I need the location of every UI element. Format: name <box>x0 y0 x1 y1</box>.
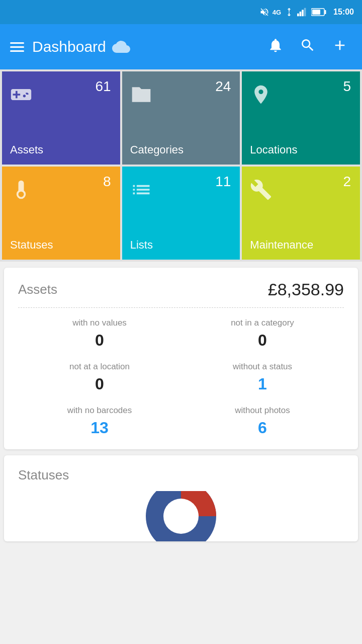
svg-rect-2 <box>302 10 304 16</box>
assets-card-stats: with no values 0 not in a category 0 not… <box>18 318 344 437</box>
tile-statuses-count: 8 <box>103 174 111 190</box>
notifications-button[interactable] <box>263 33 288 61</box>
tile-assets-count: 61 <box>96 78 111 95</box>
tile-assets[interactable]: 61 Assets <box>2 71 120 165</box>
data-arrows-icon <box>284 7 294 17</box>
app-title-text: Dashboard <box>32 38 106 55</box>
assets-card-total: £8,358.99 <box>268 280 344 299</box>
stat-no-barcodes: with no barcodes 13 <box>18 406 181 437</box>
status-time: 15:00 <box>333 8 354 17</box>
svg-rect-0 <box>297 14 299 17</box>
add-button[interactable] <box>328 33 352 61</box>
svg-rect-6 <box>312 10 320 15</box>
stat-no-values: with no values 0 <box>18 318 181 350</box>
tile-assets-label: Assets <box>10 143 112 156</box>
tile-lists[interactable]: 11 Lists <box>122 167 240 260</box>
svg-rect-5 <box>325 10 326 14</box>
svg-point-8 <box>163 499 199 534</box>
svg-rect-3 <box>304 8 306 17</box>
menu-button[interactable] <box>10 42 24 52</box>
app-bar: Dashboard <box>0 24 362 69</box>
stat-no-barcodes-value: 13 <box>90 419 109 437</box>
assets-card-header: Assets £8,358.99 <box>18 280 344 299</box>
stat-no-status-value: 1 <box>258 375 267 393</box>
mute-icon <box>259 7 269 17</box>
stat-no-values-value: 0 <box>95 331 104 350</box>
signal-bars-icon <box>297 8 308 17</box>
tile-statuses-label: Statuses <box>10 238 112 252</box>
assets-card-title: Assets <box>18 282 57 297</box>
tile-maintenance-count: 2 <box>343 174 351 190</box>
tile-categories-label: Categories <box>130 143 232 156</box>
assets-card: Assets £8,358.99 with no values 0 not in… <box>4 268 358 449</box>
tiles-grid: 61 Assets 24 Categories 5 Locations 8 St… <box>0 69 362 262</box>
app-title: Dashboard <box>32 38 255 56</box>
stat-no-category: not in a category 0 <box>181 318 344 350</box>
statuses-pie-chart <box>18 491 344 541</box>
location-pin-icon <box>250 84 352 110</box>
thermometer-icon <box>10 179 112 205</box>
tile-maintenance[interactable]: 2 Maintenance <box>242 167 360 260</box>
cards-section: Assets £8,358.99 with no values 0 not in… <box>0 262 362 547</box>
stat-no-location: not at a location 0 <box>18 362 181 393</box>
search-button[interactable] <box>296 33 320 61</box>
assets-card-divider <box>18 307 344 308</box>
tile-maintenance-label: Maintenance <box>250 238 352 252</box>
stat-no-photos-value: 6 <box>258 419 267 437</box>
stat-no-status: without a status 1 <box>181 362 344 393</box>
statuses-card: Statuses <box>4 455 358 541</box>
tile-lists-count: 11 <box>215 174 231 190</box>
status-icons: 4G 15:00 <box>259 7 354 17</box>
stat-no-photos: without photos 6 <box>181 406 344 437</box>
cloud-icon <box>112 38 130 56</box>
stat-no-location-value: 0 <box>95 375 104 393</box>
tile-locations-label: Locations <box>250 143 352 156</box>
stat-no-status-label: without a status <box>233 362 292 372</box>
tile-lists-label: Lists <box>130 238 232 252</box>
stat-no-category-value: 0 <box>258 331 267 350</box>
stat-no-category-label: not in a category <box>231 318 294 328</box>
network-4g-icon: 4G <box>273 9 281 16</box>
tile-locations[interactable]: 5 Locations <box>242 71 360 165</box>
statuses-card-title: Statuses <box>18 467 344 483</box>
stat-no-photos-label: without photos <box>235 406 290 416</box>
stat-no-barcodes-label: with no barcodes <box>67 406 132 416</box>
stat-no-location-label: not at a location <box>69 362 130 372</box>
tile-categories-count: 24 <box>215 78 231 95</box>
wrench-icon <box>250 179 352 205</box>
stat-no-values-label: with no values <box>72 318 127 328</box>
tile-categories[interactable]: 24 Categories <box>122 71 240 165</box>
status-bar: 4G 15:00 <box>0 0 362 24</box>
tile-locations-count: 5 <box>343 78 351 95</box>
battery-icon <box>311 8 326 17</box>
tile-statuses[interactable]: 8 Statuses <box>2 167 120 260</box>
svg-rect-1 <box>300 12 302 16</box>
